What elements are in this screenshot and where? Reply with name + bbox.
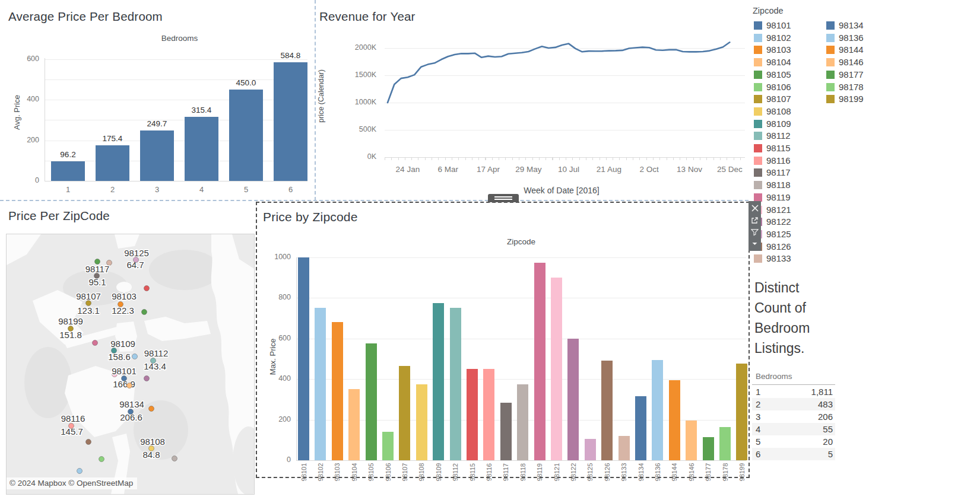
legend-swatch-98146 [826,58,835,66]
bar-98133[interactable] [619,436,630,460]
table-row[interactable]: 2483 [752,398,835,410]
legend-item-98118[interactable]: 98118 [754,180,791,190]
legend-item-98104[interactable]: 98104 [754,57,791,67]
bar-98107[interactable] [399,366,410,460]
legend-item-98177[interactable]: 98177 [826,69,864,79]
bar-98115[interactable] [467,369,478,460]
bar-98116[interactable] [483,369,494,460]
chevron-down-icon[interactable] [750,240,759,249]
map-dot-98108[interactable] [149,446,154,451]
table-row[interactable]: 65 [752,448,835,460]
legend-item-98178[interactable]: 98178 [826,82,864,92]
legend-item-98102[interactable]: 98102 [754,33,791,43]
bar-98125[interactable] [585,439,596,460]
x-tick-label-98146: 98146 [688,459,695,485]
bar-98112[interactable] [450,308,461,460]
map-dot-98107[interactable] [86,301,91,306]
open-in-new-icon[interactable] [750,216,759,225]
filter-icon[interactable] [750,228,759,237]
bar-98122[interactable] [567,339,579,460]
map-dot-98117[interactable] [94,273,100,279]
legend-swatch-98177 [826,71,835,79]
legend-item-98106[interactable]: 98106 [754,82,791,92]
bedrooms-cell: 6 [756,449,760,459]
price-by-zipcode-window[interactable]: Price by Zipcode Zipcode Max. Price 0200… [256,202,750,478]
bar-98178[interactable] [719,427,731,460]
legend-item-98112[interactable]: 98112 [754,130,791,141]
revenue-line[interactable] [388,42,730,103]
map-canvas[interactable]: 9812564.79811795.198107123.198103122.398… [6,234,255,495]
bar-98134[interactable] [635,396,646,460]
bar-98136[interactable] [652,360,663,460]
bar-98103[interactable] [332,322,343,460]
map-dot-98105[interactable] [142,310,147,315]
map-dot-98115[interactable] [144,286,150,291]
legend-item-98108[interactable]: 98108 [754,106,791,116]
legend-item-98136[interactable]: 98136 [826,33,864,43]
legend-item-98101[interactable]: 98101 [754,20,791,30]
map-dot-98109[interactable] [112,348,117,353]
bar-98146[interactable] [686,421,697,460]
map-dot-98126[interactable] [86,440,91,445]
bar-98199[interactable] [736,364,747,460]
bar-98108[interactable] [416,384,427,460]
map-dot-98118[interactable] [172,456,177,461]
bar-98104[interactable] [348,389,360,460]
map-dot-98101[interactable] [122,376,127,381]
map-dot-98199[interactable] [68,326,74,332]
legend-label: 98116 [766,155,791,165]
window-drag-handle[interactable] [488,194,519,202]
legend-item-98146[interactable]: 98146 [826,57,864,67]
bar-98105[interactable] [366,343,377,460]
x-tick-label: 24 Jan [388,165,428,174]
map-dot-98112[interactable] [151,358,156,364]
bar-98109[interactable] [433,303,444,460]
map-dot-98136[interactable] [77,469,83,474]
legend-item-98133[interactable]: 98133 [754,253,791,263]
table-row[interactable]: 11,811 [752,386,835,398]
map-dot-98106[interactable] [99,457,104,462]
bar-98101[interactable] [298,257,309,460]
map-dot-98104[interactable] [127,383,132,388]
legend-item-98116[interactable]: 98116 [754,155,791,165]
bar-98118[interactable] [517,384,528,460]
table-row[interactable]: 520 [752,435,835,448]
legend-item-98117[interactable]: 98117 [754,167,791,177]
close-icon[interactable] [750,204,759,213]
legend-swatch-98109 [754,120,762,128]
table-row[interactable]: 3206 [752,410,835,423]
map-value-label-98103: 122.3 [112,305,134,316]
map-dot-98103[interactable] [118,302,123,307]
legend-item-98107[interactable]: 98107 [754,94,791,104]
bar-98119[interactable] [534,263,545,460]
x-tick-label-98116: 98116 [486,459,493,485]
map-dot-98144[interactable] [149,406,154,412]
legend-item-98105[interactable]: 98105 [754,69,791,79]
legend-item-98115[interactable]: 98115 [754,143,791,153]
y-tick-label: 200 [267,415,291,423]
bar-98177[interactable] [703,437,714,460]
legend-item-98134[interactable]: 98134 [826,20,864,30]
map-dot-98134[interactable] [128,409,134,415]
bar-98126[interactable] [601,361,613,460]
legend-swatch-98101 [754,21,762,30]
legend-swatch-98103 [754,46,762,54]
legend-swatch-98199 [826,95,835,103]
bar-98117[interactable] [500,403,512,460]
y-tick-label: 600 [267,334,291,342]
legend-item-98144[interactable]: 98144 [826,44,864,55]
legend-swatch-98136 [826,34,835,42]
map-dot-98125[interactable] [134,257,139,263]
bar-98121[interactable] [551,278,562,460]
map-dot-98122[interactable] [144,376,150,381]
bar-98106[interactable] [382,432,394,460]
legend-item-98103[interactable]: 98103 [754,44,791,55]
table-row[interactable]: 455 [752,423,835,435]
map-dot-98119[interactable] [93,340,98,346]
legend-item-98109[interactable]: 98109 [754,119,791,129]
map-dot-98102[interactable] [132,354,138,359]
bar-98102[interactable] [315,308,326,460]
bar-98144[interactable] [669,380,680,460]
map-dot-98116[interactable] [69,423,74,429]
legend-item-98199[interactable]: 98199 [826,94,864,104]
